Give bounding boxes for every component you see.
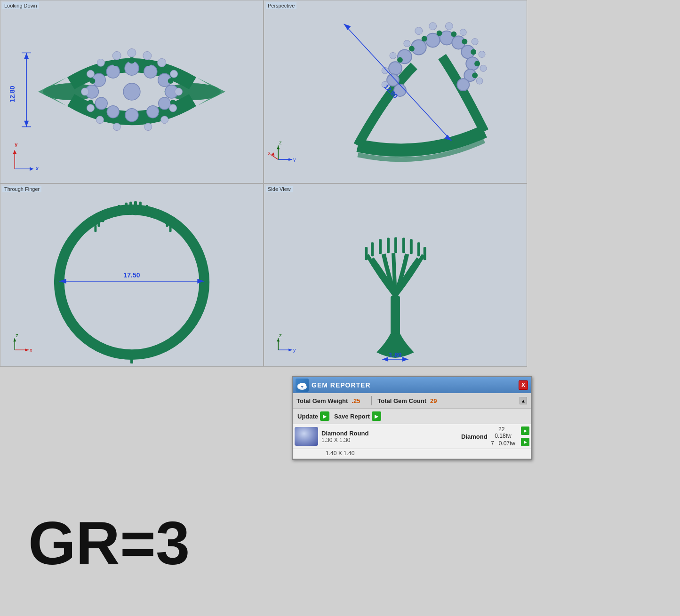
gr-label: GR=3 <box>28 508 190 578</box>
svg-point-85 <box>480 65 487 71</box>
svg-rect-118 <box>97 220 100 227</box>
gem-reporter-titlebar: GEM REPORTER X <box>293 377 531 393</box>
gem-type: Diamond Round <box>321 430 456 437</box>
svg-point-38 <box>113 123 120 131</box>
svg-point-67 <box>389 62 402 75</box>
svg-point-40 <box>87 104 94 112</box>
gem-count-1: 22 0.18tw <box>489 426 517 439</box>
svg-text:1.80: 1.80 <box>389 351 401 359</box>
svg-point-76 <box>472 72 478 78</box>
svg-point-42 <box>87 70 94 78</box>
gem-thumbnail <box>295 427 318 446</box>
svg-point-84 <box>479 51 485 57</box>
gem-size-1: 1.30 X 1.30 <box>321 437 456 443</box>
svg-rect-106 <box>125 203 128 214</box>
svg-point-11 <box>147 106 159 118</box>
viewport-through-finger[interactable]: Through Finger <box>0 183 264 367</box>
gem-reporter-buttons: Update ▶ Save Report ▶ <box>293 409 531 424</box>
svg-point-5 <box>123 83 140 100</box>
svg-rect-137 <box>379 239 382 254</box>
total-gem-count-value: 29 <box>430 397 444 404</box>
viewport-side-view-label: Side View <box>266 186 293 192</box>
row1-play-button[interactable]: ▶ <box>521 426 529 435</box>
gem-reporter-stats: Total Gem Weight .25 Total Gem Count 29 … <box>293 393 531 409</box>
svg-rect-139 <box>394 237 397 253</box>
svg-point-20 <box>159 66 165 73</box>
gem-reporter-close-button[interactable]: X <box>519 380 528 390</box>
save-label: Save Report <box>334 413 370 420</box>
table-row-detail: 1.40 X 1.40 <box>293 449 531 459</box>
svg-point-77 <box>409 46 415 52</box>
svg-point-82 <box>460 29 466 36</box>
svg-point-88 <box>390 52 396 59</box>
svg-point-10 <box>159 97 171 110</box>
total-gem-count-label: Total Gem Count <box>377 397 426 404</box>
svg-rect-140 <box>402 237 405 253</box>
viewport-grid: Looking Down <box>0 0 527 367</box>
svg-rect-120 <box>94 225 96 232</box>
update-button[interactable]: Update ▶ <box>297 411 329 421</box>
svg-point-83 <box>472 39 478 45</box>
table-row: Diamond Round 1.30 X 1.30 Diamond 22 0.1… <box>293 424 531 449</box>
svg-point-41 <box>81 88 89 95</box>
svg-point-44 <box>112 51 121 60</box>
svg-rect-136 <box>371 242 374 256</box>
svg-rect-115 <box>156 211 159 219</box>
svg-point-74 <box>471 49 476 55</box>
svg-rect-114 <box>107 211 110 219</box>
viewport-side-view[interactable]: Side View <box>264 183 527 367</box>
gem-count-2: 7 0.07tw <box>491 440 515 447</box>
svg-text:12.80: 12.80 <box>8 86 16 102</box>
gem-category: Diamond <box>461 433 484 440</box>
viewport-perspective[interactable]: Perspective <box>264 0 527 183</box>
gem-reporter-icon <box>296 379 309 392</box>
svg-text:y: y <box>15 142 18 147</box>
stat-divider <box>371 396 372 405</box>
svg-point-34 <box>175 88 183 95</box>
svg-rect-117 <box>162 215 164 222</box>
svg-point-35 <box>169 104 177 112</box>
svg-point-30 <box>128 48 136 57</box>
svg-point-23 <box>159 111 164 117</box>
gem-reporter-table: Diamond Round 1.30 X 1.30 Diamond 22 0.1… <box>293 424 531 459</box>
svg-rect-138 <box>387 237 390 253</box>
svg-rect-121 <box>169 225 172 232</box>
svg-rect-108 <box>134 201 137 215</box>
svg-point-12 <box>125 109 138 122</box>
svg-text:z: z <box>279 332 282 338</box>
svg-rect-113 <box>151 207 153 217</box>
gem-reporter-panel: GEM REPORTER X Total Gem Weight .25 Tota… <box>292 376 532 460</box>
svg-rect-116 <box>102 215 104 222</box>
svg-text:17.50: 17.50 <box>124 271 140 279</box>
svg-point-71 <box>437 31 442 36</box>
viewport-perspective-label: Perspective <box>266 2 296 9</box>
total-gem-weight-label: Total Gem Weight <box>296 397 348 404</box>
svg-rect-112 <box>146 205 148 215</box>
svg-rect-141 <box>410 239 413 254</box>
svg-point-7 <box>144 65 157 78</box>
viewport-looking-down[interactable]: Looking Down <box>0 0 264 183</box>
svg-point-18 <box>128 57 135 63</box>
svg-point-87 <box>404 40 410 47</box>
svg-text:y: y <box>293 347 296 353</box>
svg-text:x: x <box>268 150 271 156</box>
svg-text:x: x <box>36 166 39 171</box>
save-report-button[interactable]: Save Report ▶ <box>334 411 381 421</box>
svg-point-81 <box>445 23 453 30</box>
total-gem-weight-value: .25 <box>352 397 366 404</box>
svg-point-79 <box>415 27 423 35</box>
svg-text:z: z <box>279 140 282 145</box>
svg-rect-143 <box>424 247 426 260</box>
svg-point-19 <box>145 59 152 66</box>
svg-point-86 <box>476 78 483 84</box>
collapse-button[interactable]: ▲ <box>520 397 527 404</box>
svg-text:x: x <box>30 347 32 353</box>
svg-point-26 <box>99 111 104 117</box>
gem-reporter-title: GEM REPORTER <box>312 381 516 389</box>
row2-play-button[interactable]: ▶ <box>521 438 529 446</box>
svg-point-13 <box>107 106 119 118</box>
svg-rect-107 <box>129 202 132 215</box>
svg-point-17 <box>106 65 120 78</box>
svg-point-80 <box>429 23 437 30</box>
svg-point-33 <box>170 70 178 78</box>
